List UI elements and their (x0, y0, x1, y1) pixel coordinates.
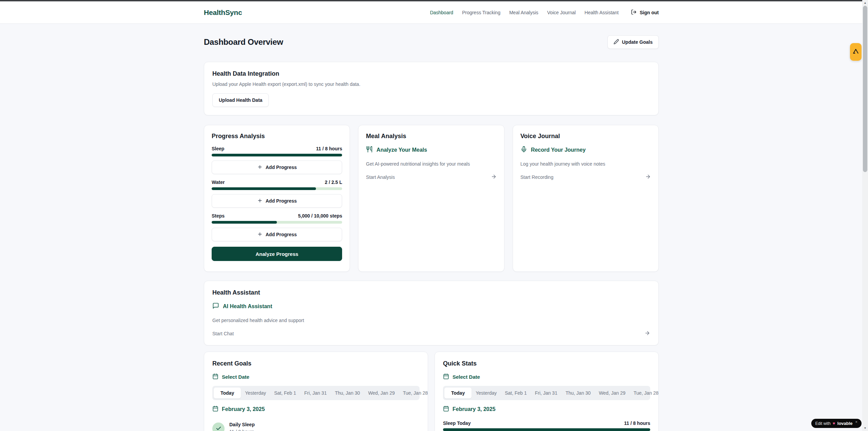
sleep-today-progress-bar (443, 428, 650, 431)
health-data-integration-card: Health Data Integration Upload your Appl… (204, 62, 659, 115)
close-icon[interactable]: × (855, 420, 857, 424)
analyze-progress-button[interactable]: Analyze Progress (212, 247, 342, 261)
quick-stats-select-date[interactable]: Select Date (443, 373, 650, 380)
log-out-icon (631, 9, 637, 16)
pencil-icon (614, 39, 619, 45)
assistant-title: Health Assistant (212, 289, 650, 296)
recent-goals-select-date[interactable]: Select Date (212, 373, 420, 380)
tab-fri-jan-31[interactable]: Fri, Jan 31 (300, 388, 331, 398)
page-title: Dashboard Overview (204, 37, 283, 47)
start-chat-link[interactable]: Start Chat (212, 330, 650, 337)
meal-analysis-card: Meal Analysis Analyze Your Meals Get AI-… (358, 125, 504, 272)
add-progress-water-button[interactable]: Add Progress (212, 194, 342, 208)
start-analysis-label: Start Analysis (366, 174, 395, 180)
lovable-label: lovable (837, 421, 853, 426)
edit-with-lovable-badge[interactable]: Edit with ♥ lovable × (811, 419, 862, 428)
voice-journal-card: Voice Journal Record Your Journey Log yo… (513, 125, 659, 272)
scrollbar-down-arrow[interactable]: ▼ (862, 425, 868, 431)
tab-tue-jan-28[interactable]: Tue, Jan 28 (399, 388, 428, 398)
tab-yesterday[interactable]: Yesterday (472, 388, 501, 398)
tab-tue-jan-28[interactable]: Tue, Jan 28 (630, 388, 659, 398)
calendar-icon (443, 373, 449, 380)
tab-today[interactable]: Today (214, 388, 241, 398)
recent-goals-current-date[interactable]: February 3, 2025 (212, 406, 420, 413)
meal-title: Meal Analysis (366, 133, 496, 140)
progress-item-sleep: Sleep 11 / 8 hours Add Progress (212, 146, 342, 174)
record-your-journey-link[interactable]: Record Your Journey (520, 146, 651, 154)
goal-name: Daily Sleep (229, 422, 255, 427)
nav-meal-analysis[interactable]: Meal Analysis (509, 10, 538, 15)
tab-thu-jan-30[interactable]: Thu, Jan 30 (562, 388, 595, 398)
steps-label: Steps (212, 213, 225, 219)
analyze-your-meals-link[interactable]: Analyze Your Meals (366, 146, 496, 154)
start-recording-link[interactable]: Start Recording (520, 174, 651, 181)
plus-icon (257, 198, 263, 204)
vertical-scrollbar[interactable]: ▲ ▼ (862, 0, 868, 431)
sleep-label: Sleep (212, 146, 224, 151)
steps-value: 5,000 / 10,000 steps (298, 213, 342, 219)
voice-heading: Record Your Journey (531, 147, 586, 153)
sleep-today-stat: Sleep Today 11 / 8 hours Add Progress (443, 420, 650, 431)
calendar-icon (212, 406, 218, 413)
goal-value: 11 / 8 hours (229, 428, 255, 431)
integration-title: Health Data Integration (212, 70, 650, 77)
tab-today[interactable]: Today (444, 388, 472, 398)
quick-stats-title: Quick Stats (443, 360, 650, 367)
integration-description: Upload your Apple Health export (export.… (212, 81, 650, 88)
goal-item-daily-sleep: Daily Sleep 11 / 8 hours (212, 422, 420, 431)
nav-health-assistant[interactable]: Health Assistant (585, 10, 619, 15)
heart-icon: ♥ (833, 421, 835, 426)
sleep-today-label: Sleep Today (443, 420, 471, 426)
sleep-progress-bar (212, 154, 342, 156)
progress-title: Progress Analysis (212, 133, 342, 140)
arrow-right-icon (644, 330, 650, 337)
tab-sat-feb-1[interactable]: Sat, Feb 1 (501, 388, 531, 398)
current-date-label: February 3, 2025 (222, 406, 265, 412)
scrollbar-up-arrow[interactable]: ▲ (862, 0, 868, 6)
tab-thu-jan-30[interactable]: Thu, Jan 30 (331, 388, 364, 398)
arrow-right-icon (645, 174, 651, 181)
sleep-today-value: 11 / 8 hours (624, 420, 650, 426)
start-analysis-link[interactable]: Start Analysis (366, 174, 496, 181)
quick-stats-current-date[interactable]: February 3, 2025 (443, 406, 650, 413)
recent-goals-title: Recent Goals (212, 360, 420, 367)
tab-wed-jan-29[interactable]: Wed, Jan 29 (595, 388, 630, 398)
lovable-dev-toggle-button[interactable] (850, 43, 862, 61)
meal-heading: Analyze Your Meals (376, 147, 427, 153)
assistant-heading: AI Health Assistant (223, 303, 272, 310)
nav-progress-tracking[interactable]: Progress Tracking (462, 10, 500, 15)
sign-out-button[interactable]: Sign out (631, 9, 659, 16)
add-progress-steps-button[interactable]: Add Progress (212, 228, 342, 241)
scrollbar-thumb[interactable] (863, 6, 867, 172)
tab-fri-jan-31[interactable]: Fri, Jan 31 (531, 388, 562, 398)
water-progress-bar (212, 187, 342, 190)
ai-health-assistant-link[interactable]: AI Health Assistant (212, 302, 650, 311)
current-date-label: February 3, 2025 (453, 406, 495, 412)
nav-dashboard[interactable]: Dashboard (430, 10, 454, 15)
recent-goals-card: Recent Goals Select Date Today Yesterday… (204, 352, 428, 431)
update-goals-label: Update Goals (622, 39, 653, 45)
plus-icon (257, 164, 263, 171)
update-goals-button[interactable]: Update Goals (607, 35, 659, 49)
edit-with-label: Edit with (815, 421, 831, 426)
app-header: HealthSync Dashboard Progress Tracking M… (0, 1, 862, 24)
nav-voice-journal[interactable]: Voice Journal (547, 10, 576, 15)
start-chat-label: Start Chat (212, 331, 234, 336)
tab-wed-jan-29[interactable]: Wed, Jan 29 (364, 388, 399, 398)
add-progress-sleep-button[interactable]: Add Progress (212, 161, 342, 174)
tab-yesterday[interactable]: Yesterday (241, 388, 270, 398)
voice-title: Voice Journal (520, 133, 651, 140)
upload-health-data-button[interactable]: Upload Health Data (212, 93, 269, 107)
chat-bubble-icon (212, 302, 219, 311)
app-logo: HealthSync (204, 8, 242, 17)
steps-progress-bar (212, 221, 342, 224)
voice-description: Log your health journey with voice notes (520, 161, 651, 167)
tab-sat-feb-1[interactable]: Sat, Feb 1 (270, 388, 300, 398)
microphone-icon (520, 146, 527, 154)
sign-out-label: Sign out (640, 10, 659, 15)
select-date-label: Select Date (222, 374, 249, 380)
add-progress-label: Add Progress (266, 165, 297, 170)
main-content: Dashboard Overview Update Goals Health D… (0, 24, 862, 431)
plus-icon (257, 231, 263, 238)
health-assistant-card: Health Assistant AI Health Assistant Get… (204, 281, 659, 345)
